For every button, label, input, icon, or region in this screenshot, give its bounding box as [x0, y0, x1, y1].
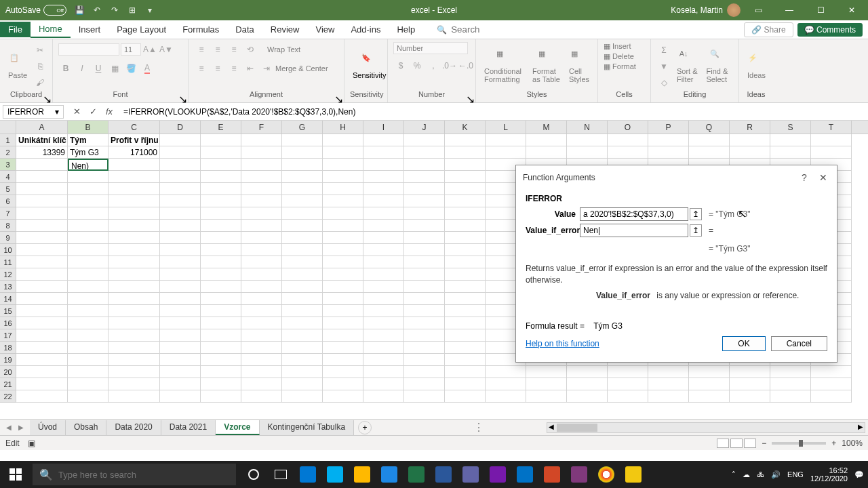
cell[interactable] [648, 378, 689, 390]
cell[interactable] [241, 268, 282, 281]
column-header[interactable]: H [323, 121, 363, 134]
number-launcher-icon[interactable]: ↘ [466, 93, 473, 100]
cell[interactable] [16, 268, 68, 281]
zoom-out-icon[interactable]: − [762, 439, 766, 448]
row-header[interactable]: 14 [0, 293, 16, 305]
cell[interactable] [16, 293, 68, 305]
column-header[interactable]: I [363, 121, 404, 134]
cell[interactable] [363, 366, 404, 378]
tray-notifications-icon[interactable]: 💬 [854, 470, 864, 479]
cell[interactable] [201, 171, 241, 183]
cell[interactable] [16, 195, 68, 207]
fill-icon[interactable]: ▼ [656, 59, 671, 74]
sheet-tab[interactable]: Data 2020 [106, 420, 161, 435]
cancel-button[interactable]: Cancel [771, 336, 827, 351]
cell[interactable] [404, 244, 445, 256]
horizontal-scrollbar[interactable]: ◀▶ [547, 422, 865, 433]
start-button[interactable] [0, 461, 31, 488]
tab-help[interactable]: Help [389, 22, 423, 37]
cell[interactable] [68, 354, 108, 366]
save-icon[interactable]: 💾 [73, 4, 85, 16]
cell[interactable]: 171000 [108, 146, 160, 159]
cell[interactable] [201, 305, 241, 317]
cell[interactable] [363, 305, 404, 317]
cell[interactable] [241, 146, 282, 159]
cell[interactable] [526, 390, 567, 403]
column-header[interactable]: S [770, 121, 811, 134]
cell[interactable] [282, 171, 323, 183]
cell[interactable] [567, 146, 608, 159]
cell[interactable] [404, 366, 445, 378]
cell[interactable] [363, 281, 404, 293]
cell[interactable] [811, 134, 852, 146]
cell[interactable] [445, 354, 486, 366]
merge-center-button[interactable]: Merge & Center [275, 64, 328, 73]
cell[interactable] [68, 342, 108, 354]
cell[interactable] [16, 317, 68, 329]
cell[interactable] [445, 171, 486, 183]
cell[interactable] [282, 159, 323, 171]
cell[interactable] [68, 281, 108, 293]
tab-addins[interactable]: Add-ins [342, 22, 389, 37]
cell[interactable] [445, 329, 486, 342]
collapse-dialog-icon[interactable]: ↥ [690, 208, 702, 220]
touch-mode-icon[interactable]: ⊞ [126, 4, 138, 16]
cell[interactable] [363, 342, 404, 354]
autosum-icon[interactable]: Σ [656, 43, 671, 58]
cell[interactable] [16, 354, 68, 366]
cell[interactable] [241, 256, 282, 268]
align-bottom-icon[interactable]: ≡ [226, 42, 241, 57]
cell[interactable] [486, 366, 526, 378]
cell[interactable] [282, 146, 323, 159]
increase-font-icon[interactable]: A▲ [142, 42, 157, 57]
cell[interactable] [404, 146, 445, 159]
font-color-icon[interactable]: A [140, 61, 155, 76]
arg-value-input[interactable] [580, 207, 688, 221]
cell[interactable] [241, 159, 282, 171]
cell[interactable] [323, 354, 363, 366]
row-header[interactable]: 4 [0, 171, 16, 183]
cell[interactable] [323, 232, 363, 244]
formula-input[interactable] [119, 106, 868, 118]
cell[interactable] [445, 293, 486, 305]
help-on-function-link[interactable]: Help on this function [526, 339, 599, 348]
tab-file[interactable]: File [0, 22, 31, 37]
cell[interactable] [445, 195, 486, 207]
cell[interactable] [201, 293, 241, 305]
column-header[interactable]: P [648, 121, 689, 134]
cell[interactable] [730, 378, 770, 390]
cell[interactable] [160, 342, 201, 354]
cell[interactable] [323, 146, 363, 159]
cell[interactable] [108, 281, 160, 293]
underline-icon[interactable]: U [91, 61, 106, 76]
cell[interactable] [486, 146, 526, 159]
cell[interactable] [730, 366, 770, 378]
cell[interactable] [567, 378, 608, 390]
row-header[interactable]: 18 [0, 342, 16, 354]
cell[interactable] [363, 146, 404, 159]
cell[interactable] [404, 268, 445, 281]
page-break-view-icon[interactable] [744, 439, 756, 448]
cell[interactable] [404, 183, 445, 195]
app-explorer-icon[interactable] [349, 461, 376, 488]
row-header[interactable]: 12 [0, 268, 16, 281]
row-header[interactable]: 8 [0, 220, 16, 232]
cell[interactable] [68, 232, 108, 244]
cut-icon[interactable]: ✂ [33, 43, 47, 58]
cell[interactable] [404, 305, 445, 317]
cell[interactable] [445, 183, 486, 195]
cell[interactable] [241, 220, 282, 232]
cell[interactable] [323, 268, 363, 281]
cell[interactable] [363, 195, 404, 207]
column-header[interactable]: N [567, 121, 608, 134]
maximize-icon[interactable]: ☐ [807, 0, 834, 20]
column-header[interactable]: B [68, 121, 108, 134]
cell[interactable] [108, 159, 160, 171]
cell[interactable] [282, 317, 323, 329]
cell[interactable] [282, 195, 323, 207]
sort-filter-button[interactable]: A↓Sort & Filter [674, 48, 701, 85]
cell[interactable] [363, 317, 404, 329]
tab-formulas[interactable]: Formulas [174, 22, 227, 37]
cell[interactable] [108, 354, 160, 366]
number-format-select[interactable] [393, 42, 468, 54]
